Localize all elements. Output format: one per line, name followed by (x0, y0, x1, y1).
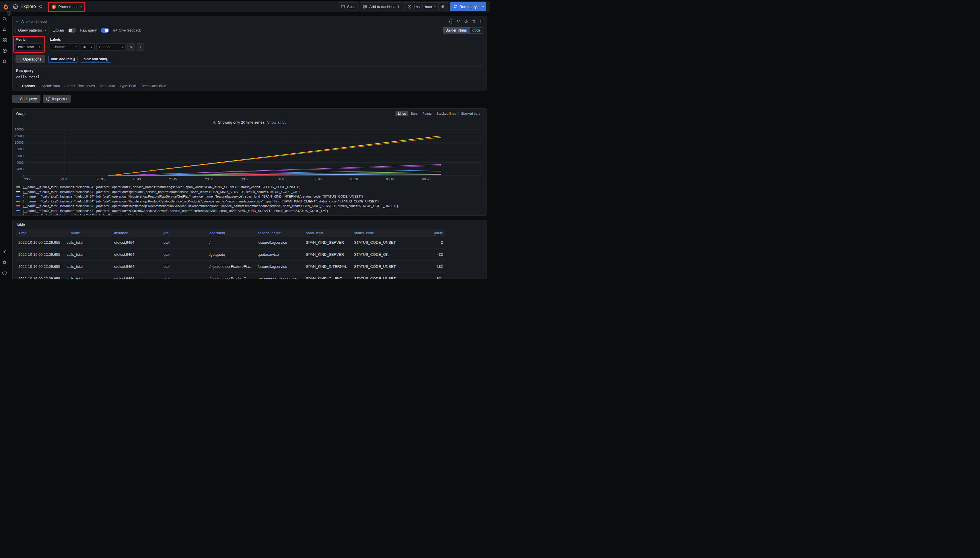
y-axis-tick: 10000 (15, 141, 23, 144)
legend-label: {__name__="calls_total", instance="otelc… (23, 213, 148, 215)
delete-query-trash-icon[interactable] (472, 20, 476, 23)
legend-item[interactable]: {__name__="calls_total", instance="otelc… (16, 185, 483, 190)
table-cell: 2022-10-16 00:22:29.655 (16, 249, 64, 261)
option-format: Format: Time series (64, 84, 95, 88)
alerting-bell-icon[interactable] (2, 59, 7, 64)
graph-mode-stacked-lines[interactable]: Stacked lines (434, 111, 458, 116)
raw-query-toggle[interactable] (101, 28, 109, 33)
legend-color-dash (16, 215, 20, 215)
column-header-status-code[interactable]: status_code (352, 230, 399, 236)
dashboards-icon[interactable] (2, 38, 7, 43)
close-icon: × (130, 45, 132, 49)
zoom-out-icon (441, 5, 445, 9)
help-icon[interactable]: ? (2, 271, 7, 275)
table-cell: 2022-10-16 00:22:29.655 (16, 236, 64, 249)
grafana-logo-icon[interactable] (2, 3, 10, 11)
datasource-picker[interactable]: Prometheus ▾ (49, 3, 84, 10)
label-key-select[interactable]: Choose ▾ (50, 43, 79, 51)
option-legend: Legend: Auto (39, 84, 60, 88)
info-icon: i (46, 97, 50, 101)
x-axis-tick: 23:35 (95, 177, 107, 181)
column-header-instance[interactable]: instance (112, 230, 161, 236)
add-query-button[interactable]: + Add query (12, 95, 41, 103)
table-cell: otel (161, 236, 207, 249)
query-options-row: › Options Legend: Auto Format: Time seri… (15, 82, 483, 89)
remove-label-button[interactable]: × (127, 43, 135, 51)
sidebar-expand-button[interactable]: › (7, 11, 12, 16)
label-operator-select[interactable]: = ▾ (81, 43, 95, 51)
share-icon[interactable] (38, 5, 42, 8)
column-header-value[interactable]: Value (399, 230, 445, 236)
give-feedback-link[interactable]: Give feedback (113, 28, 141, 33)
query-help-icon[interactable]: ? (449, 20, 453, 23)
run-query-button[interactable]: Run query ▾ (450, 2, 486, 11)
search-icon[interactable] (2, 16, 7, 21)
column-header-time[interactable]: Time (16, 230, 64, 236)
hide-query-eye-icon[interactable] (464, 20, 469, 24)
graph-mode-stacked-bars[interactable]: Stacked bars (459, 111, 483, 116)
tab-builder[interactable]: Builder Beta (443, 28, 470, 33)
run-query-options-caret[interactable]: ▾ (480, 2, 486, 11)
collapse-query-chevron-icon[interactable] (15, 20, 19, 23)
explore-compass-icon (13, 4, 18, 9)
legend-item[interactable]: {__name__="calls_total", instance="otelc… (16, 208, 483, 213)
y-axis-tick: 4000 (16, 161, 23, 164)
legend-item[interactable]: {__name__="calls_total", instance="otelc… (16, 190, 483, 194)
graph-panel-title: Graph (16, 112, 26, 116)
table-cell: featureflagservice (255, 261, 304, 273)
table-cell: otelcol:9464 (112, 249, 161, 261)
time-range-picker[interactable]: Last 1 hour ▾ (404, 2, 439, 11)
chevron-down-icon: ▾ (434, 5, 436, 8)
clock-icon (408, 5, 412, 9)
table-cell: calls_total (64, 261, 112, 273)
graph-mode-lines[interactable]: Lines (396, 111, 408, 116)
query-patterns-dropdown[interactable]: Query patterns ▾ (15, 27, 48, 34)
chevron-down-icon: ▾ (45, 29, 46, 32)
column-header-operation[interactable]: operation (207, 230, 255, 236)
gear-icon[interactable] (2, 260, 7, 265)
split-button[interactable]: Split (338, 2, 357, 11)
graph-mode-points[interactable]: Points (420, 111, 434, 116)
sign-in-icon[interactable] (2, 249, 7, 254)
table-row: 2022-10-16 00:22:29.655calls_totalotelco… (16, 273, 445, 279)
raw-query-section-label: Raw query (16, 69, 483, 73)
legend-item[interactable]: {__name__="calls_total", instance="otelc… (16, 204, 483, 208)
add-to-dashboard-button[interactable]: Add to dashboard (360, 2, 402, 11)
legend-item[interactable]: {__name__="calls_total", instance="otelc… (16, 199, 483, 204)
graph-mode-bars[interactable]: Bars (408, 111, 420, 116)
graph-canvas[interactable] (25, 128, 482, 177)
hint-add-rate-button[interactable]: hint: add rate() (48, 56, 77, 62)
raw-query-label: Raw query (81, 28, 97, 33)
copy-query-icon[interactable] (457, 20, 461, 23)
column-header-job[interactable]: job (161, 230, 207, 236)
legend-color-dash (16, 205, 20, 207)
legend-label: {__name__="calls_total", instance="otelc… (23, 200, 379, 203)
add-operation-button[interactable]: + Operations (15, 55, 45, 63)
dashboard-grid-icon (363, 5, 367, 9)
hint-add-sum-button[interactable]: hint: add sum() (81, 56, 111, 62)
metric-select[interactable]: calls_total ▾ (15, 43, 43, 51)
table-cell: 2022-10-16 00:22:29.655 (16, 261, 64, 273)
column-header--name-[interactable]: __name__ (64, 230, 112, 236)
show-all-series-link[interactable]: Show all 55 (267, 120, 286, 125)
add-label-button[interactable]: + (136, 43, 144, 51)
column-header-span-kind[interactable]: span_kind (304, 230, 352, 236)
table-cell: SPAN_KIND_SERVER (304, 236, 352, 249)
legend-item[interactable]: {__name__="calls_total", instance="otelc… (16, 194, 483, 199)
zoom-out-button[interactable] (438, 2, 448, 11)
label-value-select[interactable]: Choose ▾ (96, 43, 126, 51)
column-header-service-name[interactable]: service_name (255, 230, 304, 236)
options-toggle[interactable]: Options (22, 84, 35, 88)
inspector-button[interactable]: i Inspector (43, 95, 71, 103)
legend-item-clipped[interactable]: {__name__="calls_total", instance="otelc… (16, 213, 483, 215)
starred-icon[interactable] (2, 27, 7, 32)
table-row: 2022-10-16 00:22:29.655calls_totalotelco… (16, 261, 445, 273)
explore-nav-icon[interactable] (2, 48, 7, 53)
y-axis-labels: 02000400060008000100001200014000 (16, 128, 23, 177)
refresh-icon (453, 5, 457, 8)
drag-handle-icon[interactable] (479, 20, 483, 23)
warning-text: Showing only 20 time series. (218, 120, 265, 125)
explain-toggle[interactable] (68, 28, 76, 33)
chevron-down-icon: ▾ (38, 46, 40, 48)
tab-code[interactable]: Code (470, 28, 483, 33)
